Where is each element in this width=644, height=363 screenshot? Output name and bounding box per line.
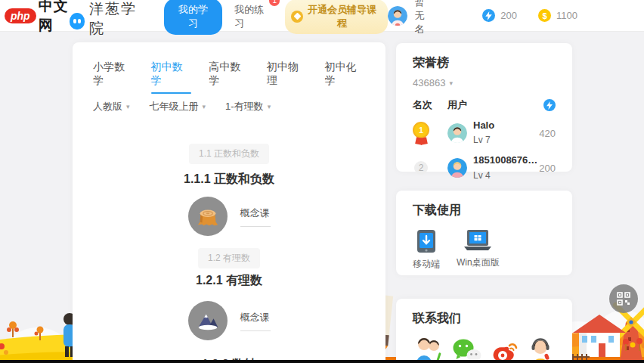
tab-junior-physics[interactable]: 初中物理 <box>267 60 308 94</box>
customer-service-icon[interactable] <box>527 337 554 363</box>
chevron-down-icon: ▾ <box>203 103 206 110</box>
subject-tabs: 小学数学 初中数学 高中数学 初中物理 初中化学 <box>93 60 365 94</box>
honor-user-level: Lv 7 <box>473 135 491 145</box>
coin-balance: $ 1100 <box>538 9 577 22</box>
mountain-icon[interactable] <box>188 301 228 340</box>
chevron-down-icon: ▾ <box>449 79 453 87</box>
mobile-download-link[interactable]: 移动端 <box>413 229 440 271</box>
honor-group-dropdown[interactable]: 436863 ▾ <box>413 77 556 88</box>
honor-table-header: 名次 用户 <box>413 98 556 112</box>
energy-icon <box>543 99 556 111</box>
onion-mascot-icon <box>70 13 85 29</box>
coin-icon: $ <box>538 9 551 22</box>
user-area: 暂无名 200 $ 1100 <box>388 0 591 36</box>
top-header: php 中文网 洋葱学院 我的学习 我的练习 1 开通会员辅导课程 暂无名 20… <box>0 0 644 32</box>
tab-junior-chemistry[interactable]: 初中化学 <box>324 60 365 94</box>
bottom-bar <box>0 360 644 363</box>
laptop-windows-icon <box>463 229 493 252</box>
gem-icon <box>291 11 303 23</box>
tab-senior-math[interactable]: 高中数学 <box>209 60 249 94</box>
download-card: 下载使用 移动端 <box>396 191 572 275</box>
honor-user-name: Halo <box>473 119 537 132</box>
vip-upgrade-button[interactable]: 开通会员辅导课程 <box>285 0 387 34</box>
user-name[interactable]: 暂无名 <box>415 0 430 36</box>
course-panel: 小学数学 初中数学 高中数学 初中物理 初中化学 人教版 ▾ 七年级上册 ▾ 1… <box>73 42 385 363</box>
contact-title: 联系我们 <box>413 311 556 327</box>
honor-user-level: Lv 4 <box>473 170 491 181</box>
chevron-down-icon: ▾ <box>268 103 271 110</box>
chapter-dropdown[interactable]: 1-有理数 ▾ <box>225 100 271 113</box>
lesson-type-label: 概念课 <box>240 206 271 227</box>
tab-primary-math[interactable]: 小学数学 <box>93 60 134 94</box>
honor-user-name: 1851008676… <box>473 154 537 166</box>
qr-code-button[interactable] <box>609 284 638 313</box>
my-learning-button[interactable]: 我的学习 <box>164 0 222 35</box>
chapter-badge: 1.2 有理数 <box>198 248 260 268</box>
honor-user-score: 200 <box>539 163 556 174</box>
course-filters: 人教版 ▾ 七年级上册 ▾ 1-有理数 ▾ <box>93 100 365 113</box>
tab-junior-math[interactable]: 初中数学 <box>151 60 192 94</box>
lesson-card-stump[interactable]: 概念课 <box>188 197 271 236</box>
lesson-card-mountain[interactable]: 概念课 <box>188 301 271 340</box>
gold-medal-icon: 1 <box>413 122 429 144</box>
download-title: 下载使用 <box>413 203 556 219</box>
user-avatar[interactable] <box>388 6 407 26</box>
sidebar: 荣誉榜 436863 ▾ 名次 用户 1 Halo <box>396 43 572 363</box>
chapter-badge: 1.1 正数和负数 <box>189 144 269 164</box>
lesson-title: 1.1.1 正数和负数 <box>184 172 274 188</box>
practice-count-badge: 1 <box>269 0 280 6</box>
site-logo[interactable]: php 中文网 洋葱学院 <box>5 0 147 39</box>
header-nav: 我的学习 我的练习 1 开通会员辅导课程 <box>164 0 388 35</box>
honor-roll-card: 荣誉榜 436863 ▾ 名次 用户 1 Halo <box>396 43 572 172</box>
energy-icon <box>482 9 495 22</box>
tree-stump-icon[interactable] <box>188 197 228 236</box>
honor-row: 2 1851008676… Lv 4 200 <box>413 154 556 182</box>
chevron-down-icon: ▾ <box>126 103 130 110</box>
honor-user-score: 420 <box>539 128 556 139</box>
lesson-type-label: 概念课 <box>240 311 271 331</box>
mobile-download-icon <box>416 229 436 253</box>
contact-card: 联系我们 <box>396 299 572 363</box>
brand-title: 洋葱学院 <box>89 0 147 39</box>
edition-dropdown[interactable]: 人教版 ▾ <box>93 100 130 113</box>
php-logo[interactable]: php <box>5 8 36 23</box>
lesson-title: 1.2.1 有理数 <box>196 273 262 289</box>
qq-group-icon[interactable] <box>414 337 444 363</box>
qr-code-icon <box>617 292 630 306</box>
grade-dropdown[interactable]: 七年级上册 ▾ <box>150 100 206 113</box>
avatar <box>447 123 467 143</box>
avatar <box>447 158 467 178</box>
rank-badge: 2 <box>414 161 428 175</box>
my-practice-link[interactable]: 我的练习 1 <box>231 0 273 35</box>
windows-download-link[interactable]: Win桌面版 <box>457 229 500 271</box>
honor-row: 1 Halo Lv 7 420 <box>413 119 556 147</box>
energy-balance: 200 <box>482 9 517 22</box>
honor-roll-title: 荣誉榜 <box>413 55 556 71</box>
